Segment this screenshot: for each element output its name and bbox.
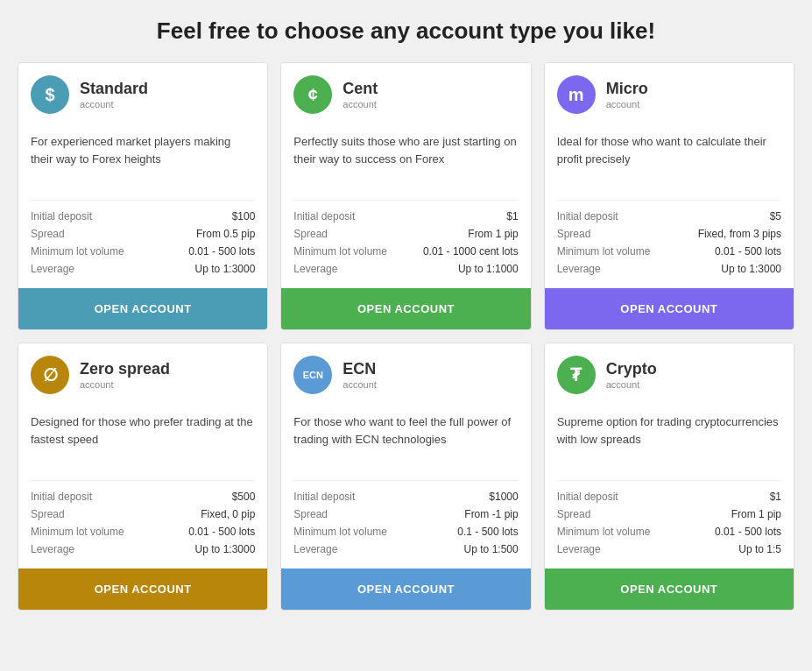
crypto-stats: Initial deposit$1SpreadFrom 1 pipMinimum… xyxy=(557,480,781,558)
card-header-cent: ¢Centaccount xyxy=(281,63,530,123)
stat-row: Minimum lot volume0.1 - 500 lots xyxy=(293,523,518,540)
stat-row: LeverageUp to 1:3000 xyxy=(31,540,255,558)
ecn-subtitle: account xyxy=(342,379,377,390)
stat-value: $500 xyxy=(232,491,256,503)
stat-label: Initial deposit xyxy=(31,210,92,222)
cent-title-group: Centaccount xyxy=(342,80,378,109)
stat-value: From 1 pip xyxy=(468,228,518,240)
ecn-title: ECN xyxy=(342,360,377,379)
stat-value: Up to 1:5 xyxy=(738,543,781,555)
stat-label: Leverage xyxy=(557,263,601,275)
card-body-standard: For experienced market players making th… xyxy=(18,123,267,288)
crypto-icon: ₮ xyxy=(557,356,596,394)
stat-value: 0.01 - 500 lots xyxy=(188,526,255,538)
stat-row: SpreadFixed, from 3 pips xyxy=(557,225,781,243)
stat-row: LeverageUp to 1:3000 xyxy=(557,260,781,278)
stat-label: Minimum lot volume xyxy=(31,526,124,538)
stat-label: Minimum lot volume xyxy=(293,526,387,538)
card-body-zero: Designed for those who prefer trading at… xyxy=(18,403,267,569)
cent-title: Cent xyxy=(342,80,378,99)
cent-subtitle: account xyxy=(342,99,378,109)
stat-value: 0.01 - 500 lots xyxy=(188,245,255,258)
zero-stats: Initial deposit$500SpreadFixed, 0 pipMin… xyxy=(31,480,255,558)
stat-value: 0.01 - 500 lots xyxy=(715,526,781,538)
stat-label: Leverage xyxy=(293,543,337,555)
stat-row: SpreadFrom -1 pip xyxy=(293,505,518,523)
page-title: Feel free to choose any account type you… xyxy=(18,18,794,45)
card-footer-micro: OPEN ACCOUNT xyxy=(545,288,794,329)
open-account-button-micro[interactable]: OPEN ACCOUNT xyxy=(545,288,794,329)
zero-subtitle: account xyxy=(80,379,170,390)
stat-row: Minimum lot volume0.01 - 1000 cent lots xyxy=(293,243,518,260)
card-body-micro: Ideal for those who want to calculate th… xyxy=(545,123,794,288)
stat-row: Minimum lot volume0.01 - 500 lots xyxy=(31,523,255,540)
stat-row: SpreadFixed, 0 pip xyxy=(31,505,255,523)
account-grid: $StandardaccountFor experienced market p… xyxy=(18,62,794,611)
stat-label: Leverage xyxy=(293,263,337,275)
micro-title-group: Microaccount xyxy=(606,80,648,109)
card-footer-cent: OPEN ACCOUNT xyxy=(281,288,530,329)
standard-title: Standard xyxy=(80,80,148,99)
stat-value: $5 xyxy=(770,210,781,222)
stat-label: Minimum lot volume xyxy=(557,245,651,258)
card-footer-zero: OPEN ACCOUNT xyxy=(18,569,267,610)
micro-icon: m xyxy=(557,75,596,114)
stat-row: Initial deposit$1000 xyxy=(293,488,518,505)
stat-row: Minimum lot volume0.01 - 500 lots xyxy=(557,243,781,260)
stat-label: Minimum lot volume xyxy=(293,245,387,258)
stat-value: 0.1 - 500 lots xyxy=(457,526,518,538)
open-account-button-standard[interactable]: OPEN ACCOUNT xyxy=(18,288,267,329)
open-account-button-cent[interactable]: OPEN ACCOUNT xyxy=(281,288,530,329)
stat-label: Initial deposit xyxy=(557,491,618,503)
zero-description: Designed for those who prefer trading at… xyxy=(31,413,255,466)
open-account-button-crypto[interactable]: OPEN ACCOUNT xyxy=(545,569,794,610)
open-account-button-ecn[interactable]: OPEN ACCOUNT xyxy=(281,569,530,610)
cent-icon: ¢ xyxy=(293,75,332,114)
stat-value: $1 xyxy=(506,210,518,222)
stat-value: Up to 1:3000 xyxy=(195,543,256,555)
standard-stats: Initial deposit$100SpreadFrom 0.5 pipMin… xyxy=(31,200,255,278)
stat-value: 0.01 - 1000 cent lots xyxy=(423,245,519,258)
card-header-micro: mMicroaccount xyxy=(545,63,794,123)
stat-label: Spread xyxy=(293,508,328,520)
card-footer-ecn: OPEN ACCOUNT xyxy=(281,569,530,610)
card-micro: mMicroaccountIdeal for those who want to… xyxy=(544,62,794,330)
card-cent: ¢CentaccountPerfectly suits those who ar… xyxy=(280,62,531,330)
stat-label: Leverage xyxy=(31,263,74,275)
ecn-title-group: ECNaccount xyxy=(342,360,377,390)
cent-stats: Initial deposit$1SpreadFrom 1 pipMinimum… xyxy=(293,200,518,278)
stat-value: Fixed, from 3 pips xyxy=(698,228,781,240)
crypto-description: Supreme option for trading cryptocurrenc… xyxy=(557,413,781,466)
card-body-cent: Perfectly suits those who are just start… xyxy=(281,123,530,288)
stat-label: Spread xyxy=(31,508,65,520)
stat-label: Leverage xyxy=(557,543,601,555)
zero-title: Zero spread xyxy=(80,360,170,379)
standard-description: For experienced market players making th… xyxy=(31,133,255,186)
stat-value: From -1 pip xyxy=(464,508,518,520)
stat-label: Spread xyxy=(557,228,591,240)
micro-description: Ideal for those who want to calculate th… xyxy=(557,133,781,186)
stat-value: From 0.5 pip xyxy=(196,228,255,240)
card-footer-crypto: OPEN ACCOUNT xyxy=(545,569,794,610)
open-account-button-zero[interactable]: OPEN ACCOUNT xyxy=(18,569,267,610)
stat-value: Up to 1:3000 xyxy=(721,263,781,275)
stat-label: Leverage xyxy=(31,543,74,555)
stat-row: LeverageUp to 1:5 xyxy=(557,540,781,558)
stat-value: From 1 pip xyxy=(731,508,781,520)
stat-label: Spread xyxy=(31,228,65,240)
stat-row: SpreadFrom 1 pip xyxy=(557,505,781,523)
stat-value: $1 xyxy=(770,491,781,503)
standard-title-group: Standardaccount xyxy=(80,80,148,109)
crypto-title-group: Cryptoaccount xyxy=(606,360,657,390)
card-header-zero: ∅Zero spreadaccount xyxy=(18,343,267,403)
stat-value: Up to 1:1000 xyxy=(458,263,519,275)
ecn-icon: ECN xyxy=(293,356,332,394)
micro-stats: Initial deposit$5SpreadFixed, from 3 pip… xyxy=(557,200,781,278)
card-body-ecn: For those who want to feel the full powe… xyxy=(281,403,530,569)
stat-label: Initial deposit xyxy=(31,491,92,503)
card-zero: ∅Zero spreadaccountDesigned for those wh… xyxy=(18,343,268,611)
zero-title-group: Zero spreadaccount xyxy=(80,360,170,390)
stat-row: Initial deposit$5 xyxy=(557,208,781,225)
stat-value: $100 xyxy=(232,210,256,222)
stat-value: Up to 1:3000 xyxy=(195,263,256,275)
